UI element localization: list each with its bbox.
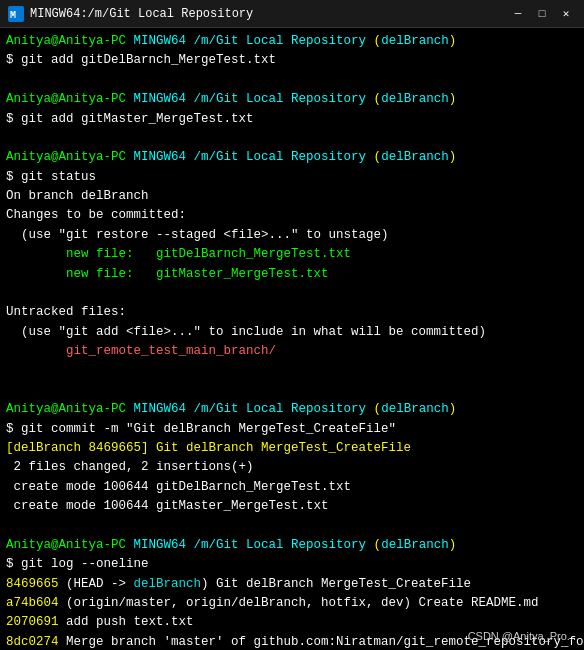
terminal-line: (use "git restore --staged <file>..." to… xyxy=(6,226,578,245)
minimize-button[interactable]: ─ xyxy=(508,6,528,22)
terminal-line: 2 files changed, 2 insertions(+) xyxy=(6,458,578,477)
terminal-line: $ git commit -m "Git delBranch MergeTest… xyxy=(6,420,578,439)
terminal-line: Anitya@Anitya-PC MINGW64 /m/Git Local Re… xyxy=(6,536,578,555)
terminal-line xyxy=(6,361,578,380)
terminal-line xyxy=(6,129,578,148)
terminal-line: Anitya@Anitya-PC MINGW64 /m/Git Local Re… xyxy=(6,400,578,419)
terminal-line xyxy=(6,381,578,400)
terminal-line: new file: gitMaster_MergeTest.txt xyxy=(6,265,578,284)
terminal[interactable]: Anitya@Anitya-PC MINGW64 /m/Git Local Re… xyxy=(0,28,584,650)
terminal-line: new file: gitDelBarnch_MergeTest.txt xyxy=(6,245,578,264)
terminal-line: create mode 100644 gitDelBarnch_MergeTes… xyxy=(6,478,578,497)
maximize-button[interactable]: □ xyxy=(532,6,552,22)
terminal-line: Anitya@Anitya-PC MINGW64 /m/Git Local Re… xyxy=(6,148,578,167)
terminal-line: (use "git add <file>..." to include in w… xyxy=(6,323,578,342)
terminal-line: a74b604 (origin/master, origin/delBranch… xyxy=(6,594,578,613)
title-bar: M MINGW64:/m/Git Local Repository ─ □ ✕ xyxy=(0,0,584,28)
terminal-line: $ git add gitMaster_MergeTest.txt xyxy=(6,110,578,129)
terminal-line: Changes to be committed: xyxy=(6,206,578,225)
app-icon: M xyxy=(8,6,24,22)
terminal-line: create mode 100644 gitMaster_MergeTest.t… xyxy=(6,497,578,516)
close-button[interactable]: ✕ xyxy=(556,6,576,22)
terminal-line: On branch delBranch xyxy=(6,187,578,206)
terminal-line: 8469665 (HEAD -> delBranch) Git delBranc… xyxy=(6,575,578,594)
terminal-line: Anitya@Anitya-PC MINGW64 /m/Git Local Re… xyxy=(6,32,578,51)
terminal-line xyxy=(6,284,578,303)
terminal-line: $ git add gitDelBarnch_MergeTest.txt xyxy=(6,51,578,70)
svg-text:M: M xyxy=(10,10,16,21)
terminal-line: Untracked files: xyxy=(6,303,578,322)
terminal-line: [delBranch 8469665] Git delBranch MergeT… xyxy=(6,439,578,458)
terminal-line: git_remote_test_main_branch/ xyxy=(6,342,578,361)
watermark: CSDN @Anitya_Pro... xyxy=(468,630,576,642)
terminal-line xyxy=(6,71,578,90)
terminal-line: Anitya@Anitya-PC MINGW64 /m/Git Local Re… xyxy=(6,90,578,109)
terminal-line: $ git log --oneline xyxy=(6,555,578,574)
terminal-line xyxy=(6,516,578,535)
title-bar-text: MINGW64:/m/Git Local Repository xyxy=(30,7,508,21)
terminal-line: $ git status xyxy=(6,168,578,187)
window-controls: ─ □ ✕ xyxy=(508,6,576,22)
